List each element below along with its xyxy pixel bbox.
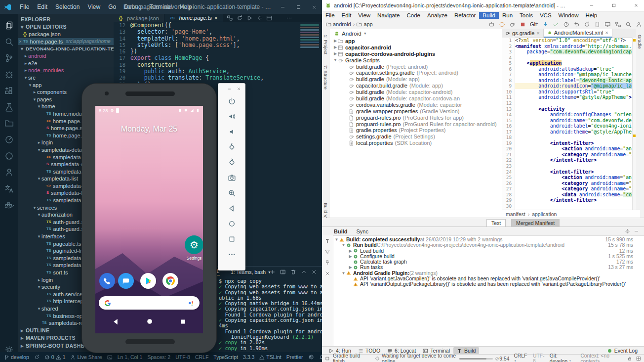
project-tree-item[interactable]: capacitor.build.gradle(Module: app) <box>330 83 502 89</box>
nav-home-button[interactable] <box>146 318 153 325</box>
diff-icon[interactable] <box>227 15 233 21</box>
project-tree-item[interactable]: ▼Gradle Scripts <box>330 57 502 64</box>
translate-icon[interactable] <box>0 181 18 196</box>
nav-back-button[interactable] <box>112 318 120 325</box>
chev-up-icon[interactable] <box>301 269 307 275</box>
project-tree-item[interactable]: build.gradle(Module: app) <box>330 76 502 83</box>
project-tree-item[interactable]: settings.gradle(Project Settings) <box>330 134 502 140</box>
status-box-icon[interactable] <box>325 356 330 361</box>
line-separator[interactable]: CRLF ↕ <box>514 353 528 362</box>
build-output-row[interactable]: API 'variantOutput.getPackageLibrary()' … <box>334 281 640 287</box>
live-share-button[interactable]: Live Share <box>70 354 102 360</box>
status-tslint[interactable]: TSLint <box>259 354 281 360</box>
menu-build[interactable]: Build <box>479 12 499 19</box>
emulator-rot-l-button[interactable] <box>218 139 245 155</box>
trash-icon[interactable] <box>290 269 296 275</box>
project-tree-item[interactable]: build.gradle(Module: capacitor-android) <box>330 89 502 95</box>
build-output-row[interactable]: ▼Android Gradle Plugin: (2 warnings) <box>334 271 640 276</box>
file-encoding[interactable]: UTF-8 <box>533 353 545 362</box>
problems-indicator[interactable]: 01 <box>44 354 66 360</box>
breadcrumb-app[interactable]: app <box>357 21 372 27</box>
google-search-bar[interactable] <box>99 296 200 310</box>
emulator-zoom-button[interactable] <box>218 185 245 201</box>
project-tree-item[interactable]: gradle.properties(Project Properties) <box>330 127 502 134</box>
terminal-indicator-icon[interactable] <box>107 355 113 360</box>
emulator-square-o-button[interactable] <box>218 231 245 247</box>
folder-icon[interactable] <box>0 116 18 131</box>
build-collapse-icon[interactable] <box>634 228 639 234</box>
phone-app-icon[interactable] <box>99 273 115 289</box>
status-typescript[interactable]: TypeScript <box>213 354 238 360</box>
breadcrumb-android[interactable]: android <box>326 21 351 27</box>
build-output-row[interactable]: ▶Configure build1 s 525 ms <box>334 254 640 259</box>
project-tree-item[interactable]: capacitor.settings.gradle(Project: andro… <box>330 70 502 76</box>
emulator-dots3-button[interactable] <box>218 247 245 262</box>
tab-home-page-ts[interactable]: TShome.page.ts× <box>164 14 223 22</box>
tool-tab-7-structure[interactable]: 7: Structure <box>323 65 328 90</box>
phone2-icon[interactable] <box>594 21 601 28</box>
project-tree-item[interactable]: ▶capacitor-cordova-android-plugins <box>330 51 502 57</box>
menu-view[interactable]: View <box>355 12 374 19</box>
tab-gs-gradle[interactable]: gs.gradle× <box>502 29 544 38</box>
project-tree-item[interactable]: cordova.variables.gradle(Module: capacit… <box>330 102 502 108</box>
menu-go[interactable]: Go <box>105 2 120 11</box>
gradle-e-icon[interactable] <box>509 21 516 28</box>
menu-help[interactable]: Help <box>582 12 601 19</box>
close-icon[interactable] <box>322 268 333 279</box>
layout-icon[interactable] <box>266 15 273 21</box>
tab-build[interactable]: Build <box>334 228 348 234</box>
beaker-icon[interactable] <box>0 99 18 114</box>
menu-edit[interactable]: Edit <box>338 12 355 19</box>
git-clock-icon[interactable] <box>563 21 569 28</box>
breadcrumb-manifest[interactable]: manifest <box>506 211 525 217</box>
project-tree-item[interactable]: build.gradle(Module: capacitor-cordova-a… <box>330 95 502 102</box>
build-output-row[interactable]: ▶Load build12 ms <box>334 248 640 254</box>
feedback-smiley-icon[interactable] <box>308 354 314 360</box>
branch-indicator[interactable]: develop <box>4 354 29 360</box>
build-settings-icon[interactable] <box>625 228 630 234</box>
sync-icon[interactable] <box>584 21 590 28</box>
back-icon[interactable] <box>256 15 263 21</box>
split-rect-icon[interactable] <box>280 269 286 275</box>
open-editor-item[interactable]: ×TShome.page.tssrc\app\pages\home <box>18 38 114 45</box>
tab-package-json[interactable]: {}package.json <box>114 14 164 22</box>
search-icon[interactable] <box>0 34 18 49</box>
menu-navigate[interactable]: Navigate <box>374 12 403 19</box>
emulator-rot-r-button[interactable] <box>218 155 245 170</box>
menu-analyze[interactable]: Analyze <box>424 12 451 19</box>
emulator-camera-button[interactable] <box>218 170 245 185</box>
emulator-close-button[interactable] <box>237 87 241 91</box>
status-utf-8[interactable]: UTF-8 <box>175 354 190 360</box>
tree-item[interactable]: ▸e2e <box>18 60 114 67</box>
open-editors-header[interactable]: ▾OPEN EDITORS <box>18 23 114 31</box>
status-prettier[interactable]: Prettier <box>286 354 303 360</box>
menu-run[interactable]: Run <box>499 12 516 19</box>
minimap[interactable] <box>298 23 321 83</box>
emulator-tri-left-button[interactable] <box>218 201 245 216</box>
settings-app-icon[interactable]: ⚙ <box>185 235 203 254</box>
emulator-vol-down-button[interactable] <box>218 124 245 139</box>
github-icon[interactable] <box>0 148 18 163</box>
gauge-icon[interactable] <box>0 132 18 147</box>
stop-icon[interactable] <box>520 21 526 28</box>
emulator-circle-o-button[interactable] <box>218 216 245 231</box>
tool-tab-1-project[interactable]: 1: Project <box>323 35 328 54</box>
sdk-icon[interactable] <box>604 21 611 28</box>
menu-view[interactable]: View <box>84 2 104 11</box>
open-editor-item[interactable]: {}package.json <box>18 31 114 38</box>
close-icon[interactable]: × <box>536 30 539 36</box>
status-3-3-3[interactable]: 3.3.3 <box>243 354 254 360</box>
project-root-header[interactable]: ▾DEVON4NG-IONIC-APPLICATION-TEMPLATE <box>18 45 114 52</box>
manifest-code[interactable]: <?xml version="1.0" encoding="utf-8"?><m… <box>515 38 633 210</box>
project-view-select[interactable]: Android▼ <box>330 29 502 38</box>
vscode-minimize-button[interactable] <box>275 0 290 14</box>
git-undo-icon[interactable] <box>573 21 580 28</box>
editor-error-stripe[interactable] <box>632 38 636 210</box>
tree-item[interactable]: ▸android <box>18 52 114 60</box>
close-icon[interactable]: × <box>605 30 608 36</box>
docker-icon[interactable] <box>0 197 18 212</box>
build-output-row[interactable]: Calculate task graph172 ms <box>334 259 640 265</box>
studio-maximize-button[interactable] <box>606 0 622 11</box>
build-output-row[interactable]: ▶Run tasks13 s 27 ms <box>334 265 640 270</box>
tree-item[interactable]: ▾src <box>18 74 114 82</box>
